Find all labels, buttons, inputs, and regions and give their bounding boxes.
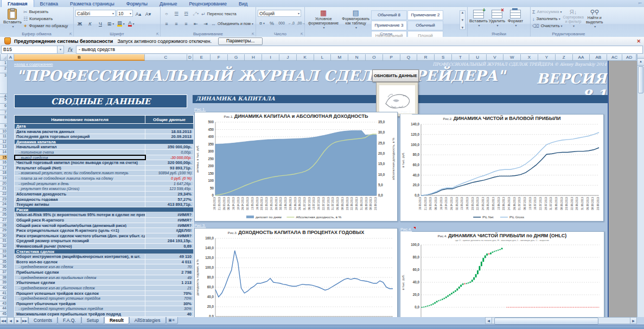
delete-cells-button[interactable]: Удалить▾ (488, 10, 506, 27)
indicator-value-cell[interactable]: 284 193,15р. (145, 238, 193, 243)
indicator-value-cell[interactable]: 29,34% (145, 192, 193, 197)
row-header-28[interactable]: 28 (0, 223, 8, 229)
table-row[interactable]: - среднедневной процент убыточных трейдо… (14, 306, 194, 312)
indicator-label-cell[interactable]: Доходность годовая (15, 197, 145, 202)
align-left-button[interactable]: ≡ (162, 20, 171, 28)
indicator-value-cell[interactable]: 49 110 (145, 254, 193, 259)
column-header-AB[interactable]: AB (590, 54, 607, 61)
number-dialog-launcher[interactable]: ⇱ (301, 32, 303, 36)
indicator-label-cell[interactable]: Чистый торговый капитал (после вывода ср… (15, 160, 145, 165)
vertical-split-handle[interactable] (637, 54, 644, 59)
indicator-label-cell[interactable]: Оборот инструментов (акций/фьючерсных ко… (15, 254, 145, 259)
comma-style-button[interactable]: 000 (277, 19, 286, 27)
indicator-label-cell[interactable]: - среднедневной процент успешных трейдов (15, 296, 145, 301)
indicator-value-cell[interactable]: 413 893,71р. (145, 202, 193, 207)
merge-center-button[interactable]: ↔Объединить и поместить в центре▾ (211, 20, 253, 27)
column-header-W[interactable]: W (503, 54, 521, 61)
table-row[interactable]: Средний размер открытых позиций284 193,1… (14, 238, 194, 244)
indicator-value-cell[interactable]: 70% (145, 296, 193, 301)
font-name-select[interactable]: Calibri▾ (75, 10, 116, 17)
row-header-21[interactable]: 21 (0, 186, 8, 192)
indicator-label-cell[interactable]: - возможный результат, если бы соблюдалс… (15, 170, 145, 175)
indicator-label-cell[interactable]: - среднедневной процент убыточных трейдо… (15, 306, 145, 311)
security-options-button[interactable]: Параметры... (218, 37, 263, 45)
table-row[interactable]: Риски (14, 207, 194, 213)
indicator-value-cell[interactable]: 350 000,00р. (145, 144, 193, 149)
indicator-label-cell[interactable]: - среднедневное кол-во убыточных сделок (15, 286, 145, 290)
table-row[interactable]: Результат общий (Net)93 893,71р. (14, 166, 194, 171)
cell-style-option[interactable]: Примечание 2 (407, 10, 443, 20)
indicator-value-cell[interactable]: 0,00р. (145, 150, 193, 155)
indicator-label-cell[interactable]: Последняя дата торговых операций (15, 134, 145, 139)
sheet-tab-f-a-q-[interactable]: F.A.Q. (58, 317, 81, 324)
name-box[interactable]: B15 (1, 46, 58, 54)
column-header-I[interactable]: I (262, 54, 279, 61)
number-format-select[interactable]: Общий▾ (258, 10, 301, 17)
row-header-41[interactable]: 41 (0, 291, 8, 296)
indicator-value-cell[interactable]: 0,69 (145, 244, 193, 249)
insert-worksheet-tab[interactable]: ▣✳ (166, 317, 178, 324)
indicator-value-cell[interactable]: 40 (145, 312, 193, 317)
underline-button[interactable]: Ч (96, 20, 105, 28)
sheet-tab-result[interactable]: Result (104, 317, 129, 324)
row-header-19[interactable]: 19 (0, 176, 8, 181)
indicator-label-cell[interactable]: Средний размер открытых позиций (15, 238, 145, 243)
table-row[interactable]: - пополнения счета0,00р. (14, 150, 194, 155)
sheet-tab-contents[interactable]: Contents (28, 317, 58, 324)
ribbon-tab-вид[interactable]: Вид (233, 0, 253, 7)
row-header-11[interactable]: 11 (0, 134, 8, 140)
align-top-button[interactable]: ⌔ (162, 10, 171, 18)
indicator-value-cell[interactable]: -30 000,00р. (145, 155, 193, 160)
name-box-dropdown-icon[interactable]: ▾ (58, 46, 64, 54)
indicator-label-cell[interactable]: Риск отрицательных сделок чистого убытка… (15, 233, 145, 238)
row-header-15[interactable]: 15 (0, 155, 8, 161)
back-to-contents-link[interactable]: назад к содержанию (14, 62, 53, 67)
figure-2-link[interactable]: Рис.2. (400, 110, 412, 115)
decrease-decimal-button[interactable]: ,00→ (297, 19, 305, 27)
row-header-13[interactable]: 13 (0, 144, 8, 150)
table-row[interactable]: Процент убыточных трейдов30% (14, 301, 194, 307)
row-header-5[interactable]: 5 (0, 97, 8, 104)
column-header-A[interactable]: A (8, 54, 14, 61)
format-cells-button[interactable]: Формат▾ (506, 10, 525, 27)
indicator-value-cell[interactable]: 123 599,49р. (145, 186, 193, 191)
indicator-label-cell[interactable]: - средний результат в день (15, 181, 145, 186)
scroll-right-icon[interactable]: ▶ (630, 317, 637, 324)
italic-button[interactable]: К (86, 20, 94, 28)
first-sheet-icon[interactable]: ◀◀ (0, 317, 7, 324)
table-row[interactable]: Убыточные сделки1 213 (14, 280, 194, 286)
sort-filter-button[interactable]: Я↓ Сортировка и фильтр▾ (563, 8, 584, 29)
accounting-format-button[interactable]: ¤▾ (258, 19, 266, 27)
update-data-button[interactable]: ОБНОВИТЬ ДАННЫЕ (372, 69, 419, 82)
table-row[interactable]: Динамика капитала (14, 140, 194, 145)
table-row[interactable]: Всего кол-во сделок4 011 (14, 260, 194, 265)
row-header-20[interactable]: 20 (0, 181, 8, 187)
row-header-8[interactable]: 8 (0, 115, 8, 124)
select-all-corner[interactable] (0, 54, 8, 61)
column-header-Q[interactable]: Q (400, 54, 418, 61)
fill-color-button[interactable]: ▧▾ (117, 20, 125, 28)
fill-handle[interactable] (144, 159, 145, 160)
row-header-31[interactable]: 31 (0, 238, 8, 244)
indicator-value-cell[interactable]: 57,27% (145, 197, 193, 202)
indicator-label-cell[interactable]: - пополнения счета (15, 150, 145, 155)
vertical-scroll-thumb[interactable] (638, 66, 643, 93)
indicator-value-cell[interactable]: 93894 руб. (100 %) (145, 170, 193, 175)
format-painter-button[interactable]: ✦Формат по образцу (23, 22, 68, 29)
font-color-button[interactable]: А▾ (127, 20, 136, 28)
ribbon-tab-главная[interactable]: Главная (1, 0, 34, 7)
table-row[interactable]: - вывод средств-30 000,00р. (14, 155, 194, 161)
column-header-AA[interactable]: AA (573, 54, 590, 61)
row-header-34[interactable]: 34 (0, 254, 8, 260)
indicator-value-cell[interactable]: 1 213 (145, 280, 193, 285)
indicator-value-cell[interactable]: 20.09.2013 (145, 134, 193, 139)
vertical-scrollbar[interactable]: ▲ ▼ (637, 54, 644, 325)
row-header-32[interactable]: 32 (0, 244, 8, 249)
row-header-17[interactable]: 17 (0, 166, 8, 171)
row-header-38[interactable]: 38 (0, 275, 8, 281)
cut-button[interactable]: ✂Вырезать (23, 8, 68, 15)
column-header-N[interactable]: N (348, 54, 366, 61)
table-row[interactable]: - результат без комиссии (Gross)123 599,… (14, 186, 194, 192)
indicator-value-cell[interactable]: #ИМЯ? (145, 218, 193, 223)
row-header-26[interactable]: 26 (0, 212, 8, 218)
